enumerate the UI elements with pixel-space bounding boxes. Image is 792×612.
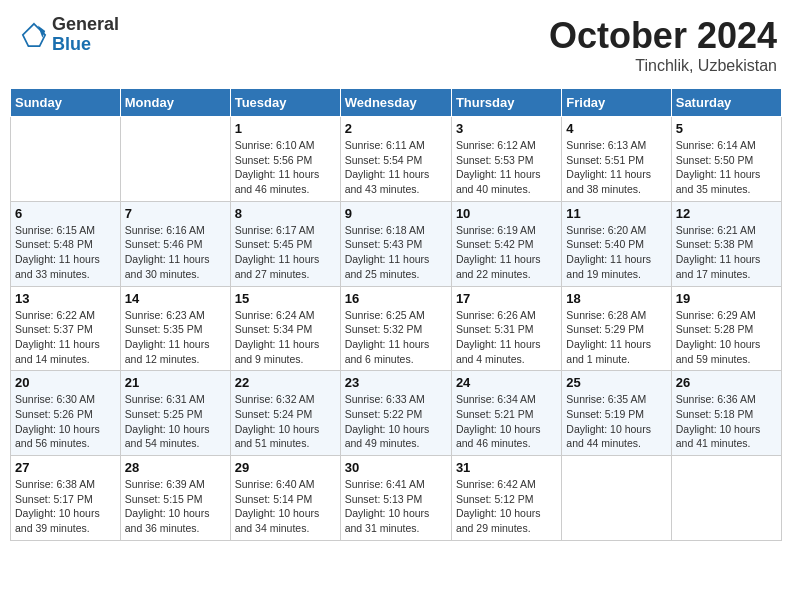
day-info: Sunrise: 6:41 AMSunset: 5:13 PMDaylight:…	[345, 477, 447, 536]
title-block: October 2024 Tinchlik, Uzbekistan	[549, 15, 777, 75]
day-info: Sunrise: 6:22 AMSunset: 5:37 PMDaylight:…	[15, 308, 116, 367]
page-title: October 2024	[549, 15, 777, 57]
day-info: Sunrise: 6:34 AMSunset: 5:21 PMDaylight:…	[456, 392, 557, 451]
logo-blue-text: Blue	[52, 35, 119, 55]
calendar-cell: 29Sunrise: 6:40 AMSunset: 5:14 PMDayligh…	[230, 456, 340, 541]
calendar-cell: 2Sunrise: 6:11 AMSunset: 5:54 PMDaylight…	[340, 117, 451, 202]
day-number: 14	[125, 291, 226, 306]
day-info: Sunrise: 6:19 AMSunset: 5:42 PMDaylight:…	[456, 223, 557, 282]
day-info: Sunrise: 6:24 AMSunset: 5:34 PMDaylight:…	[235, 308, 336, 367]
calendar-body: 1Sunrise: 6:10 AMSunset: 5:56 PMDaylight…	[11, 117, 782, 541]
calendar-cell: 4Sunrise: 6:13 AMSunset: 5:51 PMDaylight…	[562, 117, 671, 202]
calendar-cell: 14Sunrise: 6:23 AMSunset: 5:35 PMDayligh…	[120, 286, 230, 371]
weekday-sunday: Sunday	[11, 89, 121, 117]
day-info: Sunrise: 6:30 AMSunset: 5:26 PMDaylight:…	[15, 392, 116, 451]
calendar-cell: 1Sunrise: 6:10 AMSunset: 5:56 PMDaylight…	[230, 117, 340, 202]
day-info: Sunrise: 6:33 AMSunset: 5:22 PMDaylight:…	[345, 392, 447, 451]
day-info: Sunrise: 6:36 AMSunset: 5:18 PMDaylight:…	[676, 392, 777, 451]
calendar-cell: 6Sunrise: 6:15 AMSunset: 5:48 PMDaylight…	[11, 201, 121, 286]
calendar-cell	[120, 117, 230, 202]
day-number: 22	[235, 375, 336, 390]
day-number: 2	[345, 121, 447, 136]
day-number: 10	[456, 206, 557, 221]
day-number: 8	[235, 206, 336, 221]
day-number: 16	[345, 291, 447, 306]
day-info: Sunrise: 6:16 AMSunset: 5:46 PMDaylight:…	[125, 223, 226, 282]
calendar-cell: 16Sunrise: 6:25 AMSunset: 5:32 PMDayligh…	[340, 286, 451, 371]
calendar-cell	[562, 456, 671, 541]
day-info: Sunrise: 6:40 AMSunset: 5:14 PMDaylight:…	[235, 477, 336, 536]
day-info: Sunrise: 6:39 AMSunset: 5:15 PMDaylight:…	[125, 477, 226, 536]
day-info: Sunrise: 6:13 AMSunset: 5:51 PMDaylight:…	[566, 138, 666, 197]
calendar-cell: 28Sunrise: 6:39 AMSunset: 5:15 PMDayligh…	[120, 456, 230, 541]
day-number: 6	[15, 206, 116, 221]
calendar-cell: 12Sunrise: 6:21 AMSunset: 5:38 PMDayligh…	[671, 201, 781, 286]
day-info: Sunrise: 6:21 AMSunset: 5:38 PMDaylight:…	[676, 223, 777, 282]
day-info: Sunrise: 6:10 AMSunset: 5:56 PMDaylight:…	[235, 138, 336, 197]
day-number: 19	[676, 291, 777, 306]
day-number: 15	[235, 291, 336, 306]
calendar-cell: 27Sunrise: 6:38 AMSunset: 5:17 PMDayligh…	[11, 456, 121, 541]
calendar-cell	[671, 456, 781, 541]
day-number: 20	[15, 375, 116, 390]
day-info: Sunrise: 6:26 AMSunset: 5:31 PMDaylight:…	[456, 308, 557, 367]
day-number: 28	[125, 460, 226, 475]
day-info: Sunrise: 6:17 AMSunset: 5:45 PMDaylight:…	[235, 223, 336, 282]
calendar-cell: 23Sunrise: 6:33 AMSunset: 5:22 PMDayligh…	[340, 371, 451, 456]
calendar-cell: 5Sunrise: 6:14 AMSunset: 5:50 PMDaylight…	[671, 117, 781, 202]
day-number: 29	[235, 460, 336, 475]
day-info: Sunrise: 6:38 AMSunset: 5:17 PMDaylight:…	[15, 477, 116, 536]
day-number: 7	[125, 206, 226, 221]
day-number: 23	[345, 375, 447, 390]
day-number: 12	[676, 206, 777, 221]
page-header: General Blue October 2024 Tinchlik, Uzbe…	[10, 10, 782, 80]
calendar-cell: 30Sunrise: 6:41 AMSunset: 5:13 PMDayligh…	[340, 456, 451, 541]
weekday-thursday: Thursday	[451, 89, 561, 117]
day-info: Sunrise: 6:42 AMSunset: 5:12 PMDaylight:…	[456, 477, 557, 536]
calendar-cell: 18Sunrise: 6:28 AMSunset: 5:29 PMDayligh…	[562, 286, 671, 371]
day-number: 1	[235, 121, 336, 136]
weekday-monday: Monday	[120, 89, 230, 117]
calendar-week-2: 6Sunrise: 6:15 AMSunset: 5:48 PMDaylight…	[11, 201, 782, 286]
calendar-cell: 24Sunrise: 6:34 AMSunset: 5:21 PMDayligh…	[451, 371, 561, 456]
calendar-week-4: 20Sunrise: 6:30 AMSunset: 5:26 PMDayligh…	[11, 371, 782, 456]
calendar-week-3: 13Sunrise: 6:22 AMSunset: 5:37 PMDayligh…	[11, 286, 782, 371]
calendar-cell	[11, 117, 121, 202]
logo-general-text: General	[52, 15, 119, 35]
day-number: 24	[456, 375, 557, 390]
day-info: Sunrise: 6:25 AMSunset: 5:32 PMDaylight:…	[345, 308, 447, 367]
day-number: 13	[15, 291, 116, 306]
day-number: 11	[566, 206, 666, 221]
day-info: Sunrise: 6:18 AMSunset: 5:43 PMDaylight:…	[345, 223, 447, 282]
calendar-cell: 10Sunrise: 6:19 AMSunset: 5:42 PMDayligh…	[451, 201, 561, 286]
day-number: 9	[345, 206, 447, 221]
logo: General Blue	[20, 15, 119, 55]
calendar-cell: 22Sunrise: 6:32 AMSunset: 5:24 PMDayligh…	[230, 371, 340, 456]
page-subtitle: Tinchlik, Uzbekistan	[549, 57, 777, 75]
calendar-cell: 3Sunrise: 6:12 AMSunset: 5:53 PMDaylight…	[451, 117, 561, 202]
calendar-cell: 20Sunrise: 6:30 AMSunset: 5:26 PMDayligh…	[11, 371, 121, 456]
calendar-cell: 7Sunrise: 6:16 AMSunset: 5:46 PMDaylight…	[120, 201, 230, 286]
logo-icon	[20, 21, 48, 49]
day-number: 25	[566, 375, 666, 390]
calendar-cell: 11Sunrise: 6:20 AMSunset: 5:40 PMDayligh…	[562, 201, 671, 286]
weekday-friday: Friday	[562, 89, 671, 117]
day-number: 27	[15, 460, 116, 475]
day-info: Sunrise: 6:29 AMSunset: 5:28 PMDaylight:…	[676, 308, 777, 367]
day-number: 31	[456, 460, 557, 475]
day-number: 26	[676, 375, 777, 390]
calendar-table: SundayMondayTuesdayWednesdayThursdayFrid…	[10, 88, 782, 541]
weekday-tuesday: Tuesday	[230, 89, 340, 117]
day-number: 4	[566, 121, 666, 136]
weekday-header-row: SundayMondayTuesdayWednesdayThursdayFrid…	[11, 89, 782, 117]
day-number: 5	[676, 121, 777, 136]
weekday-saturday: Saturday	[671, 89, 781, 117]
day-number: 30	[345, 460, 447, 475]
day-info: Sunrise: 6:23 AMSunset: 5:35 PMDaylight:…	[125, 308, 226, 367]
day-info: Sunrise: 6:14 AMSunset: 5:50 PMDaylight:…	[676, 138, 777, 197]
calendar-cell: 25Sunrise: 6:35 AMSunset: 5:19 PMDayligh…	[562, 371, 671, 456]
calendar-week-5: 27Sunrise: 6:38 AMSunset: 5:17 PMDayligh…	[11, 456, 782, 541]
calendar-cell: 19Sunrise: 6:29 AMSunset: 5:28 PMDayligh…	[671, 286, 781, 371]
day-number: 18	[566, 291, 666, 306]
day-info: Sunrise: 6:11 AMSunset: 5:54 PMDaylight:…	[345, 138, 447, 197]
